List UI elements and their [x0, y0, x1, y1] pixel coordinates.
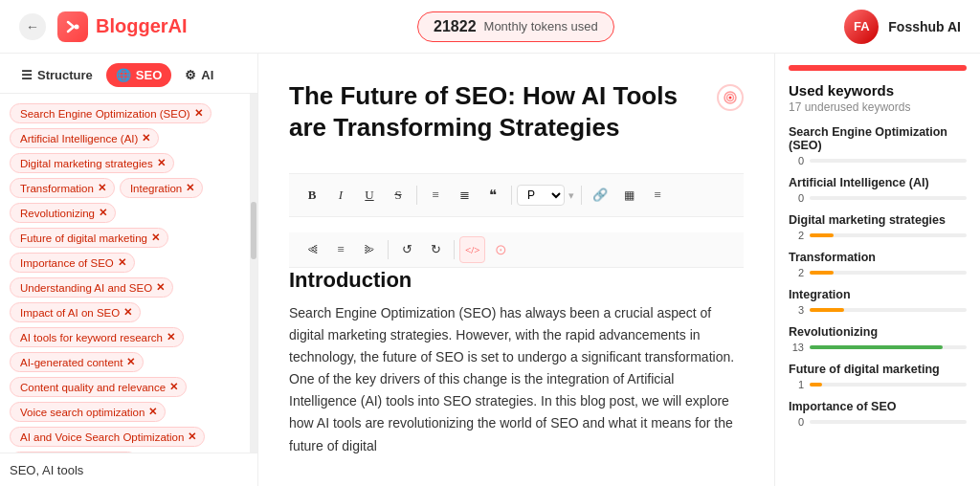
keyword-tag[interactable]: AI-generated content✕: [10, 352, 144, 372]
keyword-analytics-item: Revolutionizing 13: [789, 325, 967, 353]
left-panel: ☰ Structure 🌐 SEO ⚙ AI Search Engine Opt…: [0, 54, 258, 486]
keyword-bar-row: 0: [789, 192, 967, 204]
remove-keyword-icon[interactable]: ✕: [157, 157, 166, 169]
keyword-count: 0: [789, 192, 804, 204]
align-button[interactable]: ≡: [644, 182, 671, 209]
keyword-tag[interactable]: AI and Voice Search Optimization✕: [10, 427, 205, 447]
scroll-thumb: [251, 202, 256, 259]
keyword-analytics-item: Importance of SEO 0: [789, 400, 967, 428]
separator-3: [581, 186, 582, 205]
username: Fosshub AI: [888, 19, 961, 34]
keyword-track[interactable]: [810, 233, 967, 237]
remove-keyword-icon[interactable]: ✕: [188, 431, 196, 443]
toolbar-row2: ⫷ ≡ ⫸ ↺ ↻ </> ⊙: [289, 232, 744, 268]
globe-icon: 🌐: [116, 68, 131, 82]
separator-1: [416, 186, 417, 205]
keyword-count: 1: [789, 379, 804, 390]
keyword-tag[interactable]: Artificial Intelligence (AI)✕: [10, 128, 159, 148]
undo-button[interactable]: ↺: [393, 236, 420, 263]
target-icon[interactable]: [717, 84, 744, 111]
keyword-track[interactable]: [810, 271, 967, 275]
image-button[interactable]: ▦: [615, 182, 642, 209]
keyword-input-row: [0, 453, 257, 486]
align-center-button[interactable]: ≡: [327, 236, 354, 263]
align-right-button[interactable]: ⫸: [356, 236, 383, 263]
keyword-tag[interactable]: Transformation✕: [10, 178, 115, 198]
keyword-track[interactable]: [810, 345, 967, 349]
keyword-search-input[interactable]: [10, 463, 248, 477]
remove-keyword-icon[interactable]: ✕: [148, 406, 157, 418]
keyword-track[interactable]: [810, 196, 967, 200]
keyword-analytics-name: Search Engine Optimization (SEO): [789, 125, 967, 152]
code-block-button[interactable]: </>: [459, 236, 485, 263]
keyword-fill: [810, 383, 822, 387]
svg-point-0: [75, 24, 79, 29]
right-panel: Used keywords 17 underused keywords Sear…: [774, 54, 980, 486]
remove-keyword-icon[interactable]: ✕: [99, 207, 107, 219]
keyword-tag[interactable]: Understanding AI and SEO✕: [10, 277, 173, 298]
svg-point-3: [729, 97, 732, 99]
keyword-track[interactable]: [810, 308, 967, 312]
keyword-bar-row: 3: [789, 304, 967, 316]
remove-keyword-icon[interactable]: ✕: [186, 182, 194, 194]
remove-keyword-icon[interactable]: ✕: [169, 381, 178, 393]
dropdown-arrow: ▾: [568, 189, 574, 202]
redo-button[interactable]: ↻: [422, 236, 449, 263]
remove-keyword-icon[interactable]: ✕: [156, 281, 165, 294]
token-label: Monthly tokens used: [484, 19, 598, 33]
keyword-fill: [810, 345, 943, 349]
keyword-track[interactable]: [810, 383, 967, 387]
timer-button[interactable]: ⊙: [487, 236, 514, 263]
quote-button[interactable]: ❝: [479, 182, 506, 209]
keyword-tag[interactable]: Digital marketing strategies✕: [10, 153, 174, 173]
link-button[interactable]: 🔗: [587, 182, 613, 209]
keywords-container: Search Engine Optimization (SEO)✕Artific…: [0, 94, 250, 453]
editor-area: The Future of SEO: How AI Tools are Tran…: [258, 54, 774, 486]
strikethrough-button[interactable]: S: [385, 182, 412, 209]
keyword-fill: [810, 308, 844, 312]
keyword-tag[interactable]: Future of digital marketing✕: [10, 228, 168, 248]
paragraph-select[interactable]: P H1 H2 H3: [517, 185, 565, 206]
keyword-tag[interactable]: AI tools for keyword research✕: [10, 327, 184, 347]
bold-button[interactable]: B: [299, 182, 325, 209]
remove-keyword-icon[interactable]: ✕: [98, 182, 106, 194]
keyword-tag[interactable]: Impact of AI on SEO✕: [10, 302, 141, 322]
remove-keyword-icon[interactable]: ✕: [151, 232, 160, 244]
intro-text[interactable]: Search Engine Optimization (SEO) has alw…: [289, 302, 744, 457]
unordered-list-button[interactable]: ≣: [451, 182, 478, 209]
remove-keyword-icon[interactable]: ✕: [167, 331, 175, 343]
tab-seo[interactable]: 🌐 SEO: [106, 63, 171, 87]
italic-button[interactable]: I: [327, 182, 354, 209]
remove-keyword-icon[interactable]: ✕: [123, 306, 132, 319]
keyword-track[interactable]: [810, 420, 967, 424]
tab-structure[interactable]: ☰ Structure: [11, 63, 102, 87]
scroll-bar[interactable]: [250, 94, 257, 453]
align-left-button[interactable]: ⫷: [299, 236, 325, 263]
keyword-track[interactable]: [810, 159, 967, 163]
keyword-tag[interactable]: Search Engine Optimization (SEO)✕: [10, 103, 212, 123]
keyword-tag[interactable]: Revolutionizing✕: [10, 203, 116, 223]
remove-keyword-icon[interactable]: ✕: [142, 132, 150, 144]
keyword-count: 2: [789, 267, 804, 278]
remove-keyword-icon[interactable]: ✕: [118, 256, 126, 269]
keyword-tag[interactable]: Content quality and relevance✕: [10, 377, 187, 397]
header-left: ← BloggerAI: [19, 11, 188, 42]
keyword-bar-row: 0: [789, 155, 967, 166]
underline-button[interactable]: U: [356, 182, 383, 209]
keyword-tag[interactable]: Integration✕: [120, 178, 203, 198]
back-button[interactable]: ←: [19, 13, 46, 40]
keyword-bar-row: 2: [789, 267, 967, 278]
keyword-tag[interactable]: Importance of SEO✕: [10, 253, 135, 273]
keyword-analytics-name: Integration: [789, 288, 967, 301]
remove-keyword-icon[interactable]: ✕: [126, 356, 135, 368]
keyword-analytics-name: Digital marketing strategies: [789, 213, 967, 227]
header-right: FA Fosshub AI: [844, 10, 961, 44]
keyword-bar-row: 2: [789, 230, 967, 241]
keyword-tag[interactable]: Voice search optimization✕: [10, 402, 166, 422]
ordered-list-button[interactable]: ≡: [422, 182, 449, 209]
logo-icon: [57, 11, 88, 42]
top-bar-accent: [789, 65, 967, 71]
remove-keyword-icon[interactable]: ✕: [194, 107, 203, 120]
tab-ai[interactable]: ⚙ AI: [175, 63, 223, 87]
structure-icon: ☰: [21, 68, 33, 82]
